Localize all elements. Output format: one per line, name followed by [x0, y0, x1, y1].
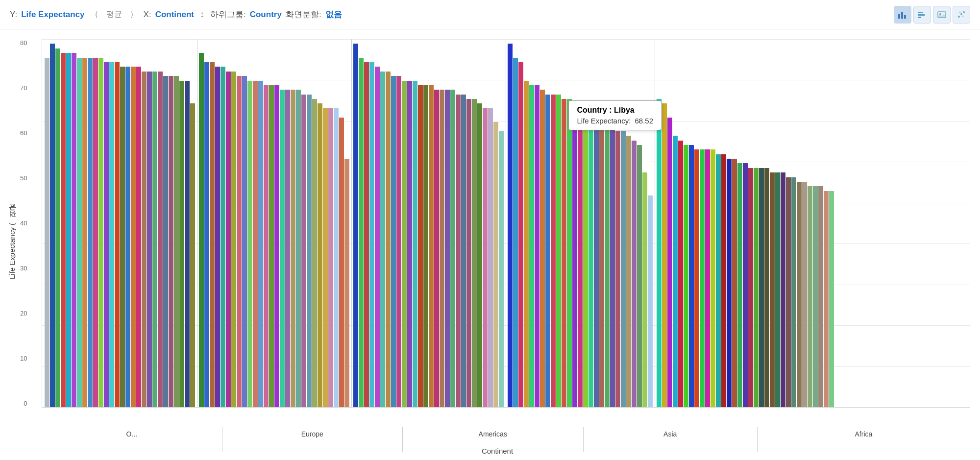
bar[interactable]	[328, 108, 333, 407]
bar[interactable]	[673, 136, 678, 407]
bar[interactable]	[808, 186, 812, 407]
bar[interactable]	[285, 90, 290, 407]
bar[interactable]	[610, 126, 615, 407]
bar[interactable]	[434, 90, 439, 407]
bar[interactable]	[775, 172, 780, 407]
bar[interactable]	[418, 85, 423, 407]
bar[interactable]	[423, 85, 428, 407]
bar[interactable]	[185, 81, 190, 408]
bar[interactable]	[77, 58, 82, 407]
bar[interactable]	[339, 118, 344, 407]
bar[interactable]	[274, 85, 279, 407]
bar[interactable]	[50, 44, 55, 407]
bar[interactable]	[440, 90, 444, 407]
bar[interactable]	[829, 191, 834, 407]
bar[interactable]	[551, 95, 556, 407]
bar[interactable]	[125, 67, 130, 407]
bar[interactable]	[169, 76, 173, 407]
bar[interactable]	[786, 177, 791, 407]
bar[interactable]	[813, 186, 818, 407]
bar[interactable]	[147, 72, 152, 407]
bar[interactable]	[179, 81, 184, 408]
bar[interactable]	[375, 67, 380, 407]
bar[interactable]	[764, 168, 769, 407]
bar[interactable]	[770, 172, 775, 407]
bar[interactable]	[364, 62, 369, 407]
bar[interactable]	[204, 62, 209, 407]
bar[interactable]	[307, 95, 312, 407]
bar[interactable]	[45, 58, 49, 407]
bar[interactable]	[242, 76, 247, 407]
bar[interactable]	[648, 195, 653, 407]
bar[interactable]	[396, 76, 401, 407]
bar[interactable]	[642, 172, 647, 407]
bar[interactable]	[477, 103, 482, 407]
bar[interactable]	[583, 108, 588, 407]
scatter-icon[interactable]	[953, 6, 970, 24]
bar[interactable]	[662, 103, 667, 407]
bar[interactable]	[158, 72, 163, 407]
bar[interactable]	[540, 90, 545, 407]
bar[interactable]	[142, 72, 147, 407]
bar[interactable]	[626, 136, 631, 407]
bar[interactable]	[359, 58, 364, 407]
bar[interactable]	[732, 159, 737, 407]
bar[interactable]	[450, 90, 455, 407]
bar[interactable]	[312, 99, 317, 407]
bar[interactable]	[120, 67, 125, 407]
bar[interactable]	[163, 76, 168, 407]
bar[interactable]	[461, 95, 466, 407]
bar[interactable]	[466, 99, 471, 407]
bar[interactable]	[556, 95, 561, 407]
bar[interactable]	[334, 108, 339, 407]
bar[interactable]	[247, 81, 252, 408]
bar[interactable]	[632, 141, 637, 407]
bar[interactable]	[66, 53, 71, 407]
bar[interactable]	[104, 62, 109, 407]
bar[interactable]	[369, 62, 374, 407]
bar[interactable]	[567, 99, 572, 407]
bar[interactable]	[152, 72, 157, 407]
bar[interactable]	[599, 122, 604, 407]
bar[interactable]	[407, 81, 412, 408]
bar[interactable]	[678, 141, 683, 407]
bar[interactable]	[518, 62, 523, 407]
bar[interactable]	[588, 118, 593, 407]
bar[interactable]	[615, 131, 620, 407]
bar[interactable]	[72, 53, 76, 407]
bar[interactable]	[353, 44, 358, 407]
bar[interactable]	[524, 81, 529, 408]
bar[interactable]	[323, 108, 328, 407]
split-value[interactable]: 없음	[325, 9, 342, 20]
bar[interactable]	[226, 72, 231, 407]
bar[interactable]	[344, 159, 349, 407]
bar[interactable]	[705, 149, 710, 407]
bar[interactable]	[802, 182, 807, 407]
bar[interactable]	[413, 81, 417, 408]
bar[interactable]	[754, 168, 759, 407]
bar[interactable]	[700, 149, 705, 407]
bar[interactable]	[55, 48, 60, 407]
bar[interactable]	[710, 149, 715, 407]
bar[interactable]	[529, 85, 534, 407]
bar[interactable]	[716, 154, 721, 407]
bar[interactable]	[727, 159, 732, 407]
bar[interactable]	[499, 131, 504, 407]
bar[interactable]	[513, 58, 518, 407]
bar[interactable]	[190, 103, 195, 407]
bar[interactable]	[743, 163, 748, 407]
bar[interactable]	[269, 85, 274, 407]
sort-icon[interactable]: ↕	[200, 9, 204, 20]
bar[interactable]	[824, 191, 829, 407]
bar[interactable]	[472, 99, 477, 407]
bar[interactable]	[572, 103, 577, 407]
bar[interactable]	[637, 145, 642, 407]
bar[interactable]	[237, 76, 242, 407]
bar[interactable]	[210, 62, 215, 407]
bar[interactable]	[545, 95, 550, 407]
bar[interactable]	[605, 126, 610, 407]
bar[interactable]	[694, 149, 699, 407]
bar[interactable]	[264, 85, 269, 407]
bar[interactable]	[456, 95, 461, 407]
bar[interactable]	[174, 76, 179, 407]
